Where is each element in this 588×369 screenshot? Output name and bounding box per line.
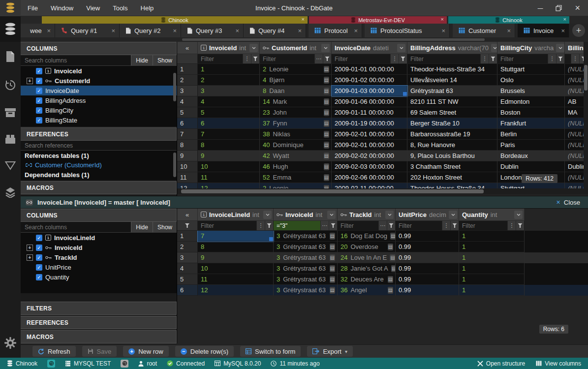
column-checkbox[interactable]: ✓	[36, 107, 42, 114]
grid-cell[interactable]: 9, Place Louis Barthou	[407, 151, 497, 161]
column-checkbox[interactable]: ✓	[36, 235, 42, 241]
row-number[interactable]: 10	[177, 161, 198, 172]
grid-cell[interactable]: 32Deuces Are▤	[338, 274, 396, 285]
new-row-button[interactable]: + New row	[123, 346, 169, 357]
sidebar-column-invoicedate[interactable]: ✓InvoiceDate	[21, 86, 177, 95]
document-icon[interactable]: ▤	[324, 142, 329, 149]
filters-section-header[interactable]: FILTERS	[21, 302, 177, 315]
references-section-header[interactable]: REFERENCES	[21, 127, 177, 141]
row-number[interactable]: 3	[177, 252, 198, 263]
grid-cell[interactable]: 1	[459, 285, 525, 296]
grid-cell[interactable]: 3Grétrystraat 63▤	[274, 242, 338, 252]
document-icon[interactable]: ▤	[330, 265, 335, 272]
document-icon[interactable]: ▤	[324, 77, 329, 84]
document-icon[interactable]: ▤	[324, 131, 329, 138]
grid-cell[interactable]: 7	[198, 231, 274, 242]
rail-history-icon[interactable]	[4, 79, 16, 91]
columns-list-scrollbar[interactable]	[173, 73, 176, 101]
grid-cell[interactable]: 11	[198, 274, 274, 285]
columns-section-header[interactable]: COLUMNS	[21, 209, 177, 222]
filter-input-invoiceid[interactable]	[198, 54, 243, 63]
column-menu-chevron-icon[interactable]	[385, 211, 394, 219]
restore-button[interactable]	[556, 5, 562, 11]
grid-cell[interactable]: 2009-01-03 00:00:00	[332, 86, 407, 96]
grid-cell[interactable]: 2009-01-02 00:00:00	[332, 75, 407, 86]
document-icon[interactable]: ▤	[330, 276, 335, 283]
grid-cell[interactable]: 11	[198, 172, 260, 183]
grid-cell[interactable]: Dublin	[497, 161, 565, 172]
column-header-unitprice[interactable]: UnitPricedecim	[396, 209, 459, 221]
grid-cell[interactable]: 10	[198, 263, 274, 274]
filter-menu-icon[interactable]: ⋮	[507, 221, 516, 230]
grid-cell[interactable]: 46Hugh▤	[260, 161, 332, 172]
sidebar-column-unitprice[interactable]: ✓UnitPrice	[21, 262, 177, 272]
tab-close-icon[interactable]: ×	[173, 27, 177, 34]
grid-cell[interactable]: Grétrystraat 63	[407, 86, 497, 96]
tab-close-icon[interactable]: ×	[47, 27, 51, 34]
rail-plugins-icon[interactable]	[4, 134, 16, 144]
column-checkbox[interactable]: ✓	[36, 254, 42, 261]
grid-cell[interactable]: 14Mark▤	[260, 96, 332, 107]
document-icon[interactable]: ▤	[324, 66, 329, 73]
row-number[interactable]: 1	[177, 64, 198, 75]
grid-cell[interactable]: 8210 111 ST NW	[407, 96, 497, 107]
filter-input-unitprice[interactable]	[396, 221, 442, 230]
document-icon[interactable]: ▤	[324, 109, 329, 116]
switch-to-form-button[interactable]: Switch to form	[240, 346, 301, 357]
grid-cell[interactable]: 4Bjørn▤	[260, 75, 332, 86]
grid-cell[interactable]: 1	[459, 252, 525, 263]
filter-menu-icon[interactable]: ⋮	[256, 221, 265, 230]
grid-cell[interactable]: 1	[459, 242, 525, 252]
filter-menu-icon[interactable]: ⋮	[480, 54, 489, 63]
grid-cell[interactable]: 2009-01-06 00:00:00	[332, 96, 407, 107]
export-button[interactable]: Export ▾	[307, 346, 353, 357]
tab-group[interactable]: Metrostav-Evr-DEV×	[309, 16, 447, 24]
document-icon[interactable]: ▤	[324, 185, 329, 189]
document-icon[interactable]: ▤	[330, 233, 335, 240]
grid-cell[interactable]: 2Leonie▤	[260, 64, 332, 75]
column-menu-chevron-icon[interactable]	[321, 44, 330, 52]
document-icon[interactable]: ▤	[388, 276, 393, 283]
grid-cell[interactable]: 0.99	[396, 231, 459, 242]
filter-funnel-icon[interactable]	[556, 54, 564, 63]
show-columns-button[interactable]: Show	[153, 55, 177, 65]
grid-cell[interactable]: 1	[459, 231, 525, 242]
document-icon[interactable]: ▤	[330, 287, 335, 294]
filter-input-quantity[interactable]	[459, 221, 507, 230]
sidebar-column-trackid[interactable]: +✓TrackId	[21, 252, 177, 262]
grid-cell[interactable]: 20Overdose▤	[338, 242, 396, 252]
grid-cell[interactable]: Paris	[497, 140, 565, 151]
open-structure-button[interactable]: Open structure	[477, 360, 525, 367]
tab-protocol[interactable]: Protocol×	[309, 24, 362, 37]
row-number[interactable]: 5	[177, 274, 198, 285]
document-icon[interactable]: ▤	[324, 174, 329, 181]
grid-cell[interactable]: 4	[198, 96, 260, 107]
filter-input-billingstate[interactable]	[565, 54, 571, 63]
grid-cell[interactable]: 9	[198, 151, 260, 161]
row-number[interactable]: 9	[177, 151, 198, 161]
tab-close-icon[interactable]: ×	[507, 27, 511, 34]
expander-icon[interactable]: +	[27, 254, 33, 261]
column-header-customerid[interactable]: CustomerIdint	[260, 42, 332, 54]
grid-cell[interactable]: 8	[198, 140, 260, 151]
filter-funnel-icon[interactable]	[387, 221, 395, 230]
tab-wee[interactable]: wee×	[21, 24, 55, 37]
tab-customer[interactable]: Customer×	[453, 24, 515, 37]
tab-group[interactable]: Chinook×	[448, 16, 569, 24]
new-tab-button[interactable]: +	[572, 24, 585, 37]
document-icon[interactable]: ▤	[390, 233, 396, 240]
grid-cell[interactable]: 1	[459, 274, 525, 285]
tab-close-icon[interactable]: ×	[354, 27, 358, 34]
row-number[interactable]: 2	[177, 242, 198, 252]
document-icon[interactable]: ▤	[388, 244, 393, 250]
rail-layers-icon[interactable]	[4, 187, 16, 198]
grid-cell[interactable]: 2009-01-19 00:00:00	[332, 118, 407, 129]
grid-cell[interactable]: 1	[198, 64, 260, 75]
references-section-header[interactable]: REFERENCES	[21, 316, 177, 329]
grid-cell[interactable]: 0.99	[396, 252, 459, 263]
tab-group-close-icon[interactable]: ×	[302, 16, 305, 22]
references-list-scrollbar[interactable]	[173, 153, 176, 177]
grid-cell[interactable]: 2009-02-03 00:00:00	[332, 161, 407, 172]
row-number[interactable]: 4	[177, 263, 198, 274]
sidebar-column-customerid[interactable]: +✓CustomerId	[21, 76, 177, 86]
